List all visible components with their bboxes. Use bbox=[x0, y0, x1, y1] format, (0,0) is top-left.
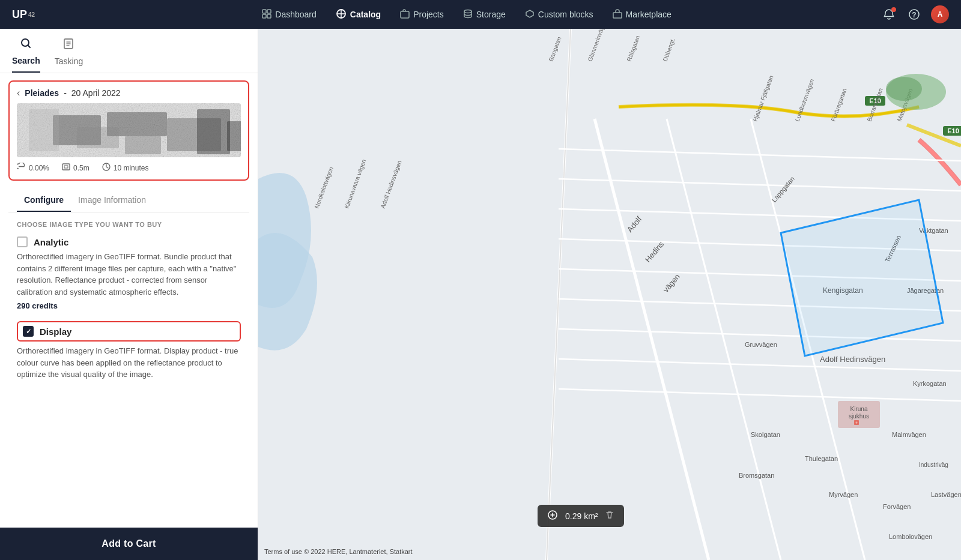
svg-point-6 bbox=[464, 10, 471, 13]
svg-rect-2 bbox=[262, 14, 266, 18]
logo-text: UP bbox=[12, 8, 27, 21]
nav-catalog[interactable]: Catalog bbox=[327, 5, 389, 25]
analytic-header[interactable]: Analytic bbox=[17, 236, 241, 247]
sidebar-scroll-content: ‹ Pleiades - 20 April 2022 bbox=[0, 73, 258, 528]
area-value: 0.29 km² bbox=[565, 511, 598, 521]
section-label: CHOOSE IMAGE TYPE YOU WANT TO BUY bbox=[17, 221, 241, 228]
nav-marketplace[interactable]: Marketplace bbox=[604, 5, 680, 24]
result-card[interactable]: ‹ Pleiades - 20 April 2022 bbox=[8, 80, 249, 181]
marketplace-icon bbox=[613, 9, 622, 20]
nav-dashboard[interactable]: Dashboard bbox=[253, 5, 325, 24]
add-to-cart-button[interactable]: Add to Cart bbox=[0, 528, 258, 560]
svg-rect-21 bbox=[125, 136, 161, 154]
time-icon bbox=[102, 162, 111, 173]
nav-storage[interactable]: Storage bbox=[455, 5, 514, 24]
config-tabs: Configure Image Information bbox=[8, 189, 249, 212]
svg-text:+: + bbox=[855, 421, 858, 425]
nav-custom-blocks[interactable]: Custom blocks bbox=[517, 5, 602, 24]
satellite-name: Pleiades bbox=[25, 88, 59, 98]
notifications-button[interactable] bbox=[881, 6, 897, 23]
catalog-icon bbox=[336, 8, 347, 21]
nav-custom-blocks-label: Custom blocks bbox=[538, 10, 593, 19]
resolution-meta: 0.5m bbox=[61, 163, 89, 173]
nav-storage-label: Storage bbox=[476, 10, 506, 19]
search-tab-icon bbox=[20, 37, 32, 52]
display-name: Display bbox=[40, 327, 71, 337]
map-container: E10 E10 Bangatan Glimme bbox=[258, 29, 961, 560]
sidebar: Search Tasking ‹ Pleiades - 20 April 202… bbox=[0, 29, 258, 560]
svg-rect-22 bbox=[197, 109, 230, 154]
logo-sup: 42 bbox=[28, 11, 35, 18]
analytic-option: Analytic Orthorectified imagery in GeoTI… bbox=[17, 236, 241, 310]
analytic-desc: Orthorectified imagery in GeoTIFF format… bbox=[17, 251, 241, 298]
image-type-section: CHOOSE IMAGE TYPE YOU WANT TO BUY Analyt… bbox=[8, 212, 249, 400]
result-card-separator: - bbox=[64, 88, 67, 98]
nav-projects-label: Projects bbox=[413, 10, 444, 19]
display-header[interactable]: Display bbox=[17, 321, 241, 342]
svg-rect-5 bbox=[401, 11, 409, 18]
area-indicator-icon bbox=[547, 510, 558, 522]
main-layout: Search Tasking ‹ Pleiades - 20 April 202… bbox=[0, 29, 961, 560]
back-arrow-icon[interactable]: ‹ bbox=[17, 88, 20, 98]
svg-text:Bromsgatan: Bromsgatan bbox=[739, 472, 774, 479]
svg-text:Gruvvägen: Gruvvägen bbox=[745, 341, 777, 348]
analytic-checkbox[interactable] bbox=[17, 236, 28, 247]
svg-text:Forvägen: Forvägen bbox=[883, 503, 911, 510]
result-card-meta: 0.00% 0.5m 10 minutes bbox=[17, 162, 241, 173]
svg-rect-1 bbox=[267, 10, 271, 13]
time-meta: 10 minutes bbox=[102, 162, 149, 173]
display-option: Display Orthorectified imagery in GeoTIF… bbox=[17, 321, 241, 381]
cloud-cover-meta: 0.00% bbox=[17, 163, 49, 173]
svg-rect-19 bbox=[29, 109, 59, 151]
svg-text:Myrvägen: Myrvägen bbox=[829, 491, 858, 498]
analytic-credits: 290 credits bbox=[17, 301, 241, 310]
help-button[interactable]: ? bbox=[906, 6, 923, 23]
svg-text:Industriväg: Industriväg bbox=[919, 462, 948, 468]
map-svg: E10 E10 Bangatan Glimme bbox=[258, 29, 961, 560]
nav-links: Dashboard Catalog Projects Storage Custo… bbox=[53, 5, 881, 25]
time-value: 10 minutes bbox=[114, 164, 149, 172]
result-card-date: 20 April 2022 bbox=[71, 88, 121, 98]
cloud-cover-value: 0.00% bbox=[29, 164, 49, 172]
svg-rect-3 bbox=[267, 14, 271, 18]
result-card-thumbnail bbox=[17, 103, 241, 157]
display-checkbox[interactable] bbox=[23, 326, 34, 337]
svg-rect-0 bbox=[262, 10, 266, 13]
config-tab-configure[interactable]: Configure bbox=[17, 189, 71, 212]
tasking-tab-icon bbox=[62, 38, 74, 53]
tab-tasking[interactable]: Tasking bbox=[55, 35, 83, 72]
result-card-header: ‹ Pleiades - 20 April 2022 bbox=[17, 88, 241, 98]
svg-marker-7 bbox=[526, 10, 533, 17]
svg-text:sjukhus: sjukhus bbox=[849, 413, 869, 420]
svg-text:Malmvägen: Malmvägen bbox=[892, 431, 926, 438]
nav-dashboard-label: Dashboard bbox=[275, 10, 317, 19]
svg-text:Lastvägen: Lastvägen bbox=[931, 491, 961, 498]
nav-projects[interactable]: Projects bbox=[392, 5, 452, 24]
nav-catalog-label: Catalog bbox=[350, 10, 381, 19]
nav-marketplace-label: Marketplace bbox=[626, 10, 671, 19]
search-tab-label: Search bbox=[12, 56, 40, 65]
svg-text:Lombolovägen: Lombolovägen bbox=[889, 533, 932, 540]
area-indicator: 0.29 km² bbox=[538, 505, 624, 527]
notification-badge bbox=[891, 7, 896, 12]
svg-point-71 bbox=[886, 77, 922, 101]
storage-icon bbox=[463, 9, 473, 20]
cloud-icon bbox=[17, 163, 26, 173]
svg-rect-24 bbox=[62, 164, 70, 170]
projects-icon bbox=[400, 9, 410, 20]
resolution-value: 0.5m bbox=[73, 164, 89, 172]
top-nav-right: ? A bbox=[881, 5, 949, 23]
dashboard-icon bbox=[262, 9, 271, 20]
resolution-icon bbox=[61, 163, 71, 173]
config-tab-image-info[interactable]: Image Information bbox=[71, 189, 153, 212]
top-navigation: UP42 Dashboard Catalog Projects Storage bbox=[0, 0, 961, 29]
delete-area-button[interactable] bbox=[605, 510, 614, 522]
svg-rect-25 bbox=[64, 166, 68, 168]
svg-text:E10: E10 bbox=[947, 127, 959, 134]
tab-search[interactable]: Search bbox=[12, 35, 40, 73]
analytic-name: Analytic bbox=[34, 237, 68, 247]
svg-text:Skolgatan: Skolgatan bbox=[751, 431, 780, 438]
display-desc: Orthorectified imagery in GeoTIFF format… bbox=[17, 345, 241, 381]
user-avatar[interactable]: A bbox=[931, 5, 949, 23]
app-logo[interactable]: UP42 bbox=[12, 8, 35, 21]
